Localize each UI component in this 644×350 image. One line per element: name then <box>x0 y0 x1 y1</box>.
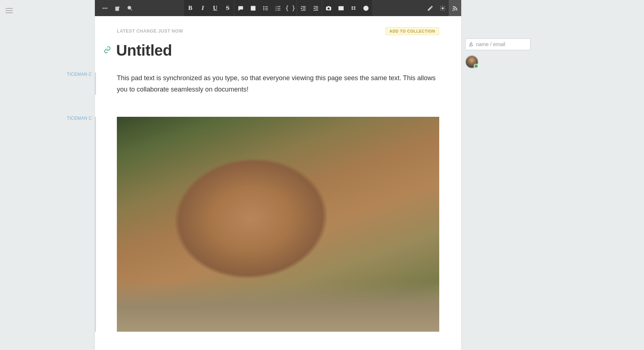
pad-container: B I U S 123 { } <box>95 0 461 350</box>
more-menu-button[interactable] <box>99 0 111 16</box>
svg-rect-27 <box>315 8 318 9</box>
svg-rect-25 <box>313 6 318 6</box>
task-list-button[interactable] <box>247 0 259 16</box>
toolbar: B I U S 123 { } <box>95 0 461 16</box>
svg-rect-20 <box>277 10 280 10</box>
svg-text:2: 2 <box>275 7 276 9</box>
search-button[interactable] <box>123 0 136 16</box>
embedded-image[interactable] <box>117 117 439 332</box>
svg-point-36 <box>442 7 443 9</box>
outdent-button[interactable] <box>310 0 322 16</box>
settings-button[interactable] <box>436 0 449 16</box>
edit-mode-button[interactable] <box>424 0 436 16</box>
add-user-icon <box>469 42 474 47</box>
svg-point-2 <box>106 8 107 9</box>
document-body[interactable]: This pad text is synchronized as you typ… <box>95 72 439 95</box>
bold-button[interactable]: B <box>184 0 197 16</box>
indent-button[interactable] <box>297 0 310 16</box>
svg-line-7 <box>130 9 132 10</box>
comment-button[interactable] <box>234 0 247 16</box>
user-avatar[interactable] <box>465 55 478 68</box>
italic-button[interactable]: I <box>197 0 209 16</box>
svg-point-9 <box>263 6 264 7</box>
svg-point-6 <box>127 6 131 9</box>
code-block-button[interactable]: { } <box>284 0 297 16</box>
svg-rect-23 <box>303 8 306 9</box>
svg-rect-22 <box>303 7 306 8</box>
svg-rect-14 <box>265 10 268 10</box>
last-change-label: LATEST CHANGE JUST NOW <box>117 29 183 34</box>
collaborators-panel <box>465 38 531 68</box>
new-pad-button[interactable] <box>111 0 123 16</box>
invite-input[interactable] <box>476 41 527 47</box>
svg-text:3: 3 <box>275 9 276 11</box>
bullet-list-button[interactable] <box>259 0 272 16</box>
svg-rect-24 <box>301 10 306 10</box>
svg-rect-28 <box>313 10 318 10</box>
dropbox-button[interactable] <box>347 0 360 16</box>
link-icon[interactable] <box>104 46 111 55</box>
underline-button[interactable]: U <box>209 0 222 16</box>
svg-rect-13 <box>265 8 268 8</box>
svg-rect-18 <box>277 6 280 6</box>
svg-rect-26 <box>315 7 318 8</box>
svg-point-10 <box>263 8 264 9</box>
strikethrough-button[interactable]: S <box>222 0 234 16</box>
numbered-list-button[interactable]: 123 <box>272 0 284 16</box>
svg-point-1 <box>104 8 106 9</box>
insert-table-button[interactable] <box>335 0 347 16</box>
feed-button[interactable] <box>449 0 461 16</box>
author-tag: TICEMAN C <box>67 116 92 121</box>
svg-rect-19 <box>277 8 280 8</box>
author-column: TICEMAN C TICEMAN C <box>0 0 95 350</box>
insert-image-button[interactable] <box>322 0 335 16</box>
document-content[interactable]: LATEST CHANGE JUST NOW ADD TO COLLECTION… <box>95 16 461 343</box>
svg-text:1: 1 <box>275 5 276 7</box>
clear-formatting-button[interactable] <box>360 0 372 16</box>
document-title[interactable]: Untitled <box>116 42 172 59</box>
svg-point-0 <box>103 8 104 9</box>
svg-rect-12 <box>265 6 268 7</box>
invite-input-wrap[interactable] <box>465 38 530 50</box>
add-to-collection-button[interactable]: ADD TO COLLECTION <box>385 27 439 35</box>
svg-rect-3 <box>115 7 119 10</box>
svg-rect-21 <box>301 6 306 6</box>
author-tag: TICEMAN C <box>67 72 92 77</box>
svg-point-11 <box>263 9 264 10</box>
